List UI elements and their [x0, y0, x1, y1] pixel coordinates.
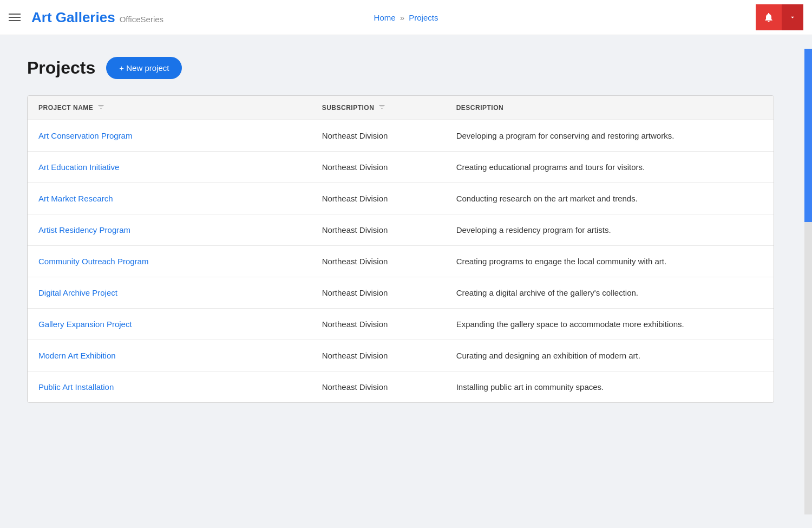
subscription-cell: Northeast Division [311, 246, 446, 277]
project-name-link[interactable]: Art Market Research [38, 194, 113, 203]
breadcrumb: Home » Projects [374, 13, 438, 22]
projects-table-container: PROJECT NAME SUBSCRIPTION [27, 95, 774, 403]
subscription-cell: Northeast Division [311, 340, 446, 371]
project-name-link[interactable]: Artist Residency Program [38, 225, 130, 234]
brand: Art Galleries OfficeSeries [31, 9, 163, 26]
suite-name: OfficeSeries [120, 15, 163, 24]
page-header: Projects + New project [27, 57, 785, 79]
notification-bell-button[interactable] [756, 4, 782, 30]
project-name-link[interactable]: Community Outreach Program [38, 257, 148, 266]
header: Art Galleries OfficeSeries Home » Projec… [0, 0, 812, 35]
project-name-link[interactable]: Gallery Expansion Project [38, 320, 132, 329]
table-row: Public Art InstallationNortheast Divisio… [28, 371, 774, 403]
table-row: Artist Residency ProgramNortheast Divisi… [28, 214, 774, 246]
project-name-link[interactable]: Art Conservation Program [38, 131, 132, 140]
table-row: Modern Art ExhibitionNortheast DivisionC… [28, 340, 774, 371]
subscription-cell: Northeast Division [311, 183, 446, 214]
table-row: Art Market ResearchNortheast DivisionCon… [28, 183, 774, 214]
user-dropdown-button[interactable] [782, 4, 803, 30]
project-name-link[interactable]: Public Art Installation [38, 382, 114, 392]
bell-icon [763, 12, 774, 23]
col-header-description: DESCRIPTION [446, 96, 774, 120]
table-row: Community Outreach ProgramNortheast Divi… [28, 246, 774, 277]
breadcrumb-home[interactable]: Home [374, 13, 396, 22]
subscription-cell: Northeast Division [311, 371, 446, 403]
table-row: Digital Archive ProjectNortheast Divisio… [28, 277, 774, 309]
subscription-cell: Northeast Division [311, 309, 446, 340]
col-header-project-name: PROJECT NAME [28, 96, 311, 120]
breadcrumb-current: Projects [409, 13, 438, 22]
subscription-cell: Northeast Division [311, 214, 446, 246]
app-name: Art Galleries [31, 9, 115, 26]
table-row: Art Conservation ProgramNortheast Divisi… [28, 120, 774, 152]
description-cell: Creating a digital archive of the galler… [446, 277, 774, 309]
subscription-cell: Northeast Division [311, 120, 446, 152]
col-header-subscription: SUBSCRIPTION [311, 96, 446, 120]
project-name-link[interactable]: Digital Archive Project [38, 288, 117, 297]
project-name-link[interactable]: Modern Art Exhibition [38, 351, 116, 360]
subscription-cell: Northeast Division [311, 152, 446, 183]
description-cell: Installing public art in community space… [446, 371, 774, 403]
table-row: Art Education InitiativeNortheast Divisi… [28, 152, 774, 183]
description-cell: Conducting research on the art market an… [446, 183, 774, 214]
subscription-cell: Northeast Division [311, 277, 446, 309]
page-title: Projects [27, 58, 95, 78]
subscription-filter-icon[interactable] [378, 103, 385, 112]
description-cell: Creating programs to engage the local co… [446, 246, 774, 277]
description-cell: Developing a program for conserving and … [446, 120, 774, 152]
description-cell: Developing a residency program for artis… [446, 214, 774, 246]
project-name-filter-icon[interactable] [97, 103, 104, 112]
header-actions [756, 4, 803, 30]
description-cell: Curating and designing an exhibition of … [446, 340, 774, 371]
breadcrumb-separator: » [400, 13, 404, 22]
description-cell: Expanding the gallery space to accommoda… [446, 309, 774, 340]
projects-table: PROJECT NAME SUBSCRIPTION [28, 96, 774, 402]
new-project-button[interactable]: + New project [106, 57, 182, 79]
table-row: Gallery Expansion ProjectNortheast Divis… [28, 309, 774, 340]
main-content: Projects + New project PROJECT NAME [0, 35, 812, 425]
hamburger-menu-icon[interactable] [9, 14, 21, 21]
description-cell: Creating educational programs and tours … [446, 152, 774, 183]
project-name-link[interactable]: Art Education Initiative [38, 162, 119, 172]
table-header-row: PROJECT NAME SUBSCRIPTION [28, 96, 774, 120]
chevron-down-icon [789, 14, 796, 21]
